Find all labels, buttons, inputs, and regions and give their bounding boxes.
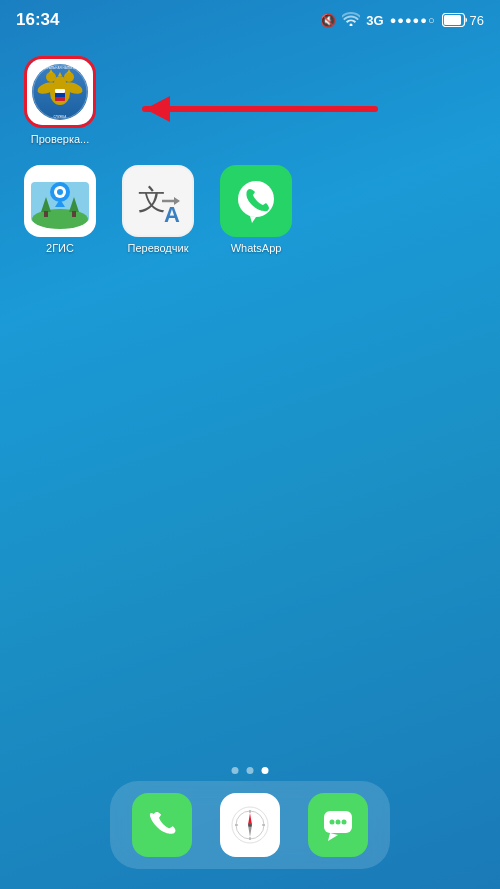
status-time: 16:34 [16, 10, 59, 30]
svg-text:文: 文 [138, 184, 166, 215]
dot-3-active [262, 767, 269, 774]
svg-marker-39 [145, 96, 170, 122]
svg-marker-51 [328, 833, 338, 841]
svg-point-8 [64, 72, 74, 82]
dock-phone[interactable] [132, 793, 192, 857]
svg-rect-27 [44, 211, 48, 217]
svg-point-54 [342, 820, 347, 825]
status-bar: 16:34 🔇 3G ●●●●●○ 76 [0, 0, 500, 36]
battery-icon: 76 [442, 13, 484, 28]
2gis-label: 2ГИС [46, 242, 74, 254]
page-dots [232, 767, 269, 774]
app-whatsapp[interactable]: WhatsApp [216, 165, 296, 254]
app-grid: ФЕДЕРАЛЬНАЯ НАЛОГОВАЯ СЛУЖБА Проверка... [0, 36, 500, 274]
dock [110, 781, 390, 869]
app-translator[interactable]: 文 A Переводчик [118, 165, 198, 254]
status-icons: 🔇 3G ●●●●●○ 76 [320, 12, 484, 29]
tax-icon-graphic: ФЕДЕРАЛЬНАЯ НАЛОГОВАЯ СЛУЖБА [27, 59, 93, 125]
signal-dots: ●●●●●○ [390, 14, 436, 26]
svg-rect-15 [55, 97, 65, 101]
red-arrow [105, 82, 375, 137]
dot-2 [247, 767, 254, 774]
mute-icon: 🔇 [320, 13, 336, 28]
proverka-label: Проверка... [31, 133, 89, 145]
wifi-icon [342, 12, 360, 29]
app-row-2: 2ГИС 文 A Переводчик [20, 155, 480, 264]
svg-point-7 [46, 72, 56, 82]
dot-1 [232, 767, 239, 774]
whatsapp-label: WhatsApp [231, 242, 282, 254]
svg-rect-13 [55, 89, 65, 93]
translator-label: Переводчик [128, 242, 189, 254]
svg-rect-29 [72, 211, 76, 217]
svg-point-52 [330, 820, 335, 825]
2gis-icon [24, 165, 96, 237]
svg-point-24 [57, 189, 63, 195]
svg-point-45 [248, 823, 252, 827]
svg-rect-14 [55, 93, 65, 97]
app-2gis[interactable]: 2ГИС [20, 165, 100, 254]
svg-point-21 [32, 209, 88, 229]
dock-messages[interactable] [308, 793, 368, 857]
svg-point-53 [336, 820, 341, 825]
whatsapp-icon [220, 165, 292, 237]
svg-text:A: A [164, 202, 180, 227]
proverka-icon: ФЕДЕРАЛЬНАЯ НАЛОГОВАЯ СЛУЖБА [24, 56, 96, 128]
svg-rect-1 [444, 15, 461, 25]
battery-level: 76 [470, 13, 484, 28]
dock-safari[interactable] [220, 793, 280, 857]
svg-point-36 [238, 181, 274, 217]
app-proverka[interactable]: ФЕДЕРАЛЬНАЯ НАЛОГОВАЯ СЛУЖБА Проверка... [20, 56, 100, 145]
translator-icon: 文 A [122, 165, 194, 237]
network-type: 3G [366, 13, 383, 28]
